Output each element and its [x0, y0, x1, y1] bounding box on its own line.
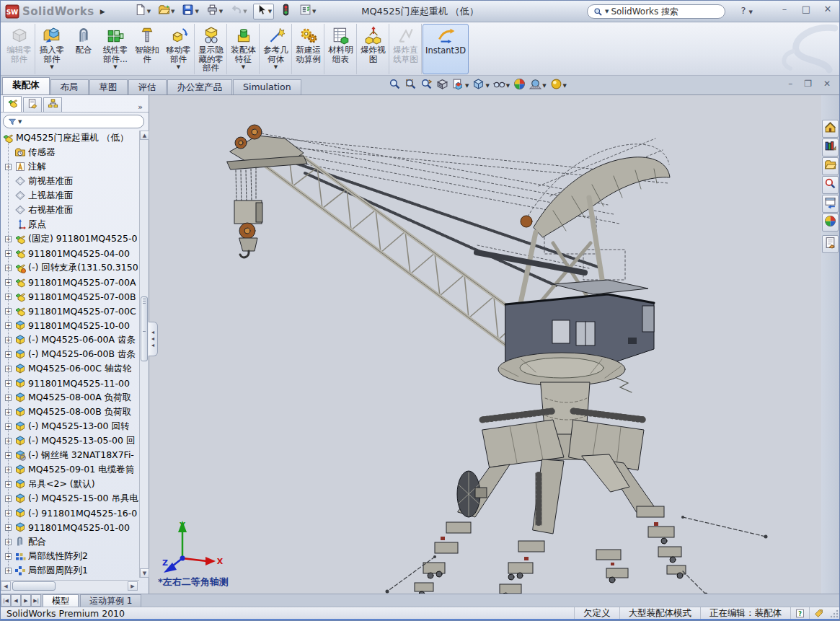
expand-toggle[interactable]: + — [5, 337, 12, 343]
tab-nav-button[interactable]: |◀ — [1, 594, 11, 607]
tree-item[interactable]: +(固定) 911801MQ4525-0 — [1, 232, 139, 246]
tree-item[interactable]: +(-) MQ4525-06-00B 齿条 — [1, 347, 139, 361]
tab-nav-button[interactable]: ◀ — [11, 594, 21, 607]
select-cursor-button[interactable]: ▼ — [253, 4, 274, 19]
tree-item[interactable]: +MQ4525-08-00A 负荷取 — [1, 390, 139, 405]
dropdown-caret[interactable]: ▼ — [147, 9, 151, 14]
tree-item[interactable]: +MQ4525-09-01 电缆卷筒 — [1, 462, 139, 477]
expand-toggle[interactable]: + — [5, 351, 12, 358]
assembly-feature-button[interactable]: 装配体特征▼ — [228, 24, 260, 74]
dropdown-caret[interactable]: ▼ — [242, 64, 245, 70]
dropdown-caret[interactable]: ▼ — [274, 64, 278, 70]
dropdown-caret[interactable]: ▼ — [542, 83, 546, 89]
reference-geometry-button[interactable]: 参考几何体▼ — [260, 24, 292, 74]
tree-vertical-scrollbar[interactable]: ▲ ▼ — [139, 131, 149, 578]
tab-Simulation[interactable]: Simulation — [233, 79, 301, 94]
tree-item[interactable]: 前视基准面 — [1, 174, 139, 188]
open-button[interactable]: ▼ — [156, 4, 176, 19]
doc-restore-button[interactable]: ❐ — [804, 79, 812, 89]
tab-布局[interactable]: 布局 — [50, 79, 89, 94]
expand-toggle[interactable]: + — [5, 539, 12, 545]
search-button[interactable] — [822, 176, 839, 194]
tab-评估[interactable]: 评估 — [128, 79, 167, 94]
expand-toggle[interactable]: + — [5, 322, 12, 329]
expand-toggle[interactable]: + — [5, 250, 12, 257]
filter-caret[interactable]: ▼ — [18, 119, 22, 125]
expand-toggle[interactable]: + — [5, 467, 12, 473]
hide-show-items-button[interactable]: ▼ — [493, 78, 510, 93]
tab-nav-button[interactable]: ▶ — [21, 594, 31, 607]
print-button[interactable]: ▼ — [205, 4, 224, 19]
zoom-area-button[interactable] — [404, 78, 417, 93]
tree-item[interactable]: +(-) MQ4525-13-00 回转 — [1, 419, 139, 433]
expand-toggle[interactable]: + — [5, 452, 12, 459]
smart-fastener-button[interactable]: 智能扣件 — [131, 24, 163, 74]
doc-tab-模型[interactable]: 模型 — [43, 594, 79, 607]
hscroll-thumb[interactable] — [12, 581, 56, 591]
scroll-down-arrow[interactable]: ▼ — [140, 568, 149, 578]
tree-item[interactable]: +吊具<2> (默认) — [1, 477, 139, 491]
expand-toggle[interactable]: + — [5, 164, 12, 170]
tree-item[interactable]: +911801MQ4525-11-00 — [1, 376, 139, 390]
graphics-viewport[interactable]: Y X Z *左右二等角轴测 — [149, 95, 823, 594]
dropdown-caret[interactable]: ▼ — [563, 83, 567, 89]
tree-item[interactable]: +(-) 回转支承(131.50.3150 — [1, 260, 139, 275]
tab-nav-button[interactable]: ▶| — [31, 594, 41, 607]
tree-item[interactable]: +注解 — [1, 159, 139, 174]
dropdown-caret[interactable]: ▼ — [219, 9, 223, 14]
expand-toggle[interactable]: + — [5, 366, 12, 372]
tree-item[interactable]: +(-) MQ4525-13-05-00 回 — [1, 433, 139, 448]
appearances-button[interactable] — [822, 213, 839, 232]
tree-item[interactable]: +(-) MQ4525-15-00 吊具电 — [1, 491, 139, 506]
dropdown-caret[interactable]: ▼ — [171, 9, 174, 14]
dropdown-caret[interactable]: ▼ — [485, 83, 489, 89]
tree-item[interactable]: +(-) MQ4525-06-00A 齿条 — [1, 332, 139, 347]
tree-item[interactable]: +911801MQ4525-07-00C — [1, 304, 139, 318]
apply-scene-button[interactable]: ▼ — [529, 78, 546, 93]
configurationmanager-tab[interactable] — [43, 97, 62, 112]
expand-toggle[interactable]: + — [5, 236, 12, 242]
menu-expand-arrow[interactable]: ▶ — [100, 8, 105, 15]
section-view-button[interactable] — [436, 78, 448, 93]
scroll-right-arrow[interactable]: ▶ — [128, 581, 138, 591]
scroll-left-arrow[interactable]: ◀ — [1, 581, 11, 591]
tag-icon[interactable] — [809, 607, 828, 619]
tree-item[interactable]: +局部线性阵列2 — [1, 549, 139, 563]
view-settings-button[interactable]: ▼ — [550, 78, 567, 93]
tree-item[interactable]: +MQ4525-08-00B 负荷取 — [1, 405, 139, 419]
rebuild-light-button[interactable] — [278, 4, 293, 19]
tree-filter-box[interactable]: ▼ — [3, 115, 144, 128]
resources-home-button[interactable] — [822, 120, 839, 138]
expand-toggle[interactable]: + — [5, 279, 12, 286]
tree-item[interactable]: +局部圆周阵列1 — [1, 563, 139, 578]
maximize-button[interactable]: □ — [800, 4, 812, 14]
view-palette-button[interactable] — [822, 195, 839, 213]
tree-item[interactable]: 原点 — [1, 217, 139, 232]
tree-item[interactable]: +配合 — [1, 534, 139, 549]
undo-button[interactable]: ▼ — [229, 4, 248, 19]
expand-toggle[interactable]: + — [5, 308, 12, 314]
scroll-thumb[interactable] — [141, 296, 148, 361]
file-explorer-button[interactable] — [822, 157, 839, 175]
save-button[interactable]: ▼ — [180, 4, 200, 19]
tree-item[interactable]: +911801MQ4525-07-00B — [1, 289, 139, 304]
expand-toggle[interactable]: + — [5, 510, 12, 516]
help-doc-icon[interactable]: ? — [790, 607, 809, 619]
close-button[interactable]: ✕ — [822, 4, 834, 14]
featuremanager-tab[interactable] — [3, 96, 22, 112]
display-style-button[interactable]: ▼ — [472, 78, 489, 93]
instant3d-button[interactable]: Instant3D — [423, 24, 469, 74]
tree-item[interactable]: +911801MQ4525-07-00A — [1, 275, 139, 289]
scroll-up-arrow[interactable]: ▲ — [140, 131, 149, 140]
tree-item[interactable]: +911801MQ4525-01-00 — [1, 520, 139, 534]
expand-toggle[interactable]: + — [5, 438, 12, 444]
expand-toggle[interactable]: + — [5, 553, 12, 560]
tab-装配体[interactable]: 装配体 — [2, 77, 50, 94]
design-library-button[interactable] — [822, 138, 839, 157]
dropdown-caret[interactable]: ▼ — [243, 9, 247, 14]
search-box[interactable]: ▼ SolidWorks 搜索 — [587, 4, 725, 19]
tree-horizontal-scrollbar[interactable]: ◀ ▶ — [1, 580, 139, 591]
mate-button[interactable]: 配合 — [68, 24, 100, 74]
search-scope-caret[interactable]: ▼ — [605, 9, 609, 14]
tree-item[interactable]: 上视基准面 — [1, 188, 139, 203]
